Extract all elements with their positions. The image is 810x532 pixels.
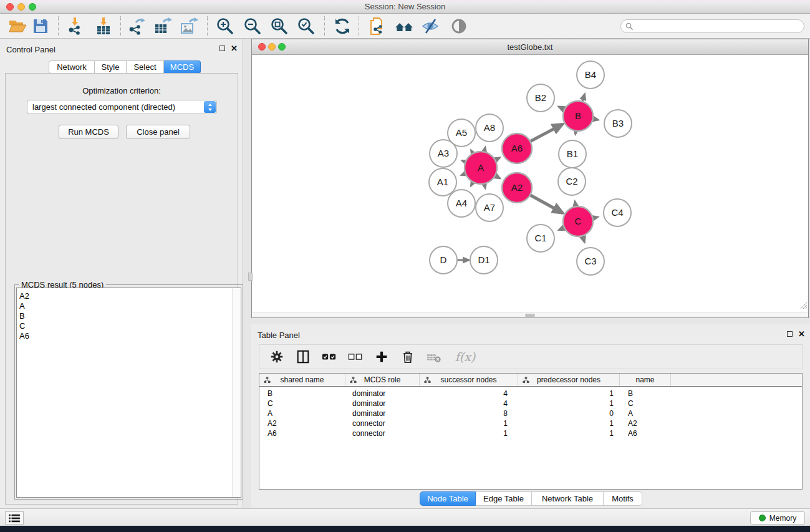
network-minimize-button[interactable] <box>268 43 276 51</box>
table-cell[interactable]: B <box>620 389 671 398</box>
tab-style[interactable]: Style <box>95 60 127 74</box>
minimize-window-button[interactable] <box>17 3 25 11</box>
table-cell[interactable]: A6 <box>259 429 345 438</box>
table-cell[interactable]: dominator <box>345 389 420 398</box>
export-image-icon[interactable] <box>180 17 198 36</box>
tab-edge-table[interactable]: Edge Table <box>476 491 532 506</box>
delete-table-icon[interactable] <box>425 348 443 365</box>
function-builder-icon[interactable]: f(x) <box>451 348 479 365</box>
table-cell[interactable]: 1 <box>518 389 620 398</box>
column-header-name[interactable]: name <box>620 374 671 386</box>
close-panel-icon[interactable]: ✕ <box>231 46 238 51</box>
scrollbar-thumb[interactable] <box>525 314 535 317</box>
graph-node-label: A4 <box>456 198 467 208</box>
table-cell[interactable]: 1 <box>518 419 620 428</box>
control-panel: Control Panel ✕ Network Style Select MCD… <box>0 39 243 508</box>
tab-network[interactable]: Network <box>49 60 95 74</box>
column-header-shared-name[interactable]: shared name <box>259 374 345 386</box>
table-cell[interactable]: A6 <box>620 429 671 438</box>
table-cell[interactable]: connector <box>345 419 420 428</box>
window-resize-grip[interactable] <box>799 301 808 312</box>
table-cell[interactable]: 1 <box>518 399 620 408</box>
close-panel-icon[interactable]: ✕ <box>798 331 805 337</box>
network-close-button[interactable] <box>258 43 266 51</box>
mcds-result-list[interactable]: A2ABCA6 <box>16 288 241 498</box>
search-field[interactable] <box>620 19 804 33</box>
column-selector-icon[interactable] <box>294 348 312 365</box>
network-window-titlebar[interactable]: testGlobe.txt <box>252 39 808 55</box>
maximize-window-button[interactable] <box>29 3 36 11</box>
zoom-in-icon[interactable] <box>216 17 234 36</box>
result-scrollbar[interactable] <box>232 288 241 497</box>
table-row[interactable]: Bdominator41B <box>259 389 802 399</box>
add-column-icon[interactable] <box>373 348 390 365</box>
table-cell[interactable]: dominator <box>345 399 420 408</box>
task-history-button[interactable] <box>5 511 24 525</box>
clone-network-icon[interactable] <box>368 17 387 36</box>
result-list-item[interactable]: B <box>17 311 241 321</box>
table-cell[interactable]: connector <box>345 429 420 438</box>
table-cell[interactable]: C <box>259 399 345 408</box>
show-hidden-icon[interactable] <box>450 17 468 36</box>
result-list-item[interactable]: C <box>17 321 241 331</box>
run-mcds-button[interactable]: Run MCDS <box>59 125 118 139</box>
table-cell[interactable]: 0 <box>518 409 620 418</box>
select-all-icon[interactable] <box>321 348 338 365</box>
table-cell[interactable]: dominator <box>345 409 420 418</box>
zoom-fit-icon[interactable] <box>270 17 289 36</box>
result-list-item[interactable]: A <box>17 301 241 311</box>
tab-node-table[interactable]: Node Table <box>420 491 476 506</box>
float-panel-icon[interactable] <box>787 331 793 337</box>
import-network-icon[interactable] <box>65 17 84 36</box>
table-cell[interactable]: A <box>620 409 671 418</box>
save-session-icon[interactable] <box>31 17 50 36</box>
open-session-icon[interactable] <box>8 17 27 36</box>
export-table-icon[interactable] <box>153 17 172 36</box>
criterion-dropdown[interactable]: largest connected component (directed) <box>27 100 217 114</box>
tab-network-table[interactable]: Network Table <box>532 491 604 506</box>
tab-select[interactable]: Select <box>127 60 164 74</box>
node-table: shared name MCDS role successor nodes pr… <box>259 373 803 490</box>
close-panel-button[interactable]: Close panel <box>126 125 190 139</box>
splitpane-handle[interactable] <box>248 273 253 281</box>
result-list-item[interactable]: A2 <box>17 291 241 301</box>
table-row[interactable]: Adominator80A <box>259 409 802 418</box>
tab-motifs[interactable]: Motifs <box>604 491 642 506</box>
search-input[interactable] <box>636 22 798 31</box>
zoom-out-icon[interactable] <box>243 17 262 36</box>
table-cell[interactable]: 8 <box>420 409 518 418</box>
hide-selected-icon[interactable] <box>421 17 440 36</box>
column-header-successor-nodes[interactable]: successor nodes <box>420 374 518 386</box>
table-cell[interactable]: 4 <box>420 399 518 408</box>
table-cell[interactable]: A <box>259 409 345 418</box>
table-cell[interactable]: B <box>259 389 345 398</box>
float-panel-icon[interactable] <box>219 46 225 51</box>
column-header-predecessor-nodes[interactable]: predecessor nodes <box>518 374 620 386</box>
close-window-button[interactable] <box>6 3 14 11</box>
table-cell[interactable]: 4 <box>420 389 518 398</box>
zoom-selected-icon[interactable] <box>297 17 316 36</box>
result-list-item[interactable]: A6 <box>17 331 241 341</box>
table-cell[interactable]: 1 <box>420 429 518 438</box>
delete-column-icon[interactable] <box>399 348 417 365</box>
table-row[interactable]: Cdominator41C <box>259 399 802 409</box>
refresh-view-icon[interactable] <box>333 17 352 36</box>
home-views-icon[interactable] <box>395 17 413 36</box>
memory-button[interactable]: Memory <box>750 511 805 525</box>
table-cell[interactable]: A2 <box>259 419 345 428</box>
table-cell[interactable]: 1 <box>518 429 620 438</box>
network-canvas[interactable]: AA6A2BCA5A8A3A1A4A7B2B4B3B1C2C4C1C3DD1 <box>252 55 808 312</box>
import-table-icon[interactable] <box>94 17 113 36</box>
table-cell[interactable]: 1 <box>420 419 518 428</box>
deselect-all-icon[interactable] <box>347 348 364 365</box>
table-cell[interactable]: A2 <box>620 419 671 428</box>
table-row[interactable]: A6connector11A6 <box>259 428 802 438</box>
column-header-mcds-role[interactable]: MCDS role <box>345 374 420 386</box>
settings-gear-icon[interactable] <box>268 348 286 365</box>
network-horizontal-scrollbar[interactable] <box>252 312 808 317</box>
network-maximize-button[interactable] <box>278 43 286 51</box>
export-network-icon[interactable] <box>127 17 146 36</box>
tab-mcds[interactable]: MCDS <box>164 60 201 74</box>
table-cell[interactable]: C <box>620 399 671 408</box>
table-row[interactable]: A2connector11A2 <box>259 418 802 428</box>
